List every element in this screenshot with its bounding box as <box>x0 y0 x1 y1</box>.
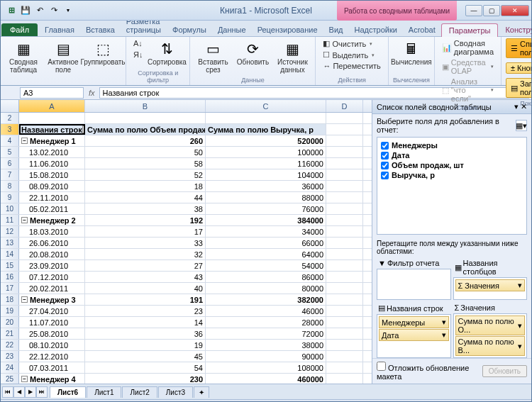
cell[interactable]: 22.12.2010 <box>19 351 85 362</box>
group-button[interactable]: ⬚Группировать <box>84 38 121 67</box>
cell[interactable]: 23 <box>85 306 206 316</box>
col-header-b[interactable]: B <box>85 100 206 112</box>
cell[interactable]: 40 <box>85 283 206 294</box>
cell[interactable]: 38 <box>85 203 206 214</box>
row-header[interactable]: 20 <box>1 317 19 328</box>
undo-icon[interactable]: ↶ <box>33 4 46 17</box>
headers-toggle[interactable]: ▤Заголовки полей <box>506 78 532 98</box>
cell[interactable]: 25.08.2010 <box>19 328 85 339</box>
cell[interactable]: 33 <box>85 238 206 248</box>
cell[interactable]: −Менеджер 3 <box>19 294 85 305</box>
cell[interactable]: 191 <box>85 294 206 305</box>
select-all-corner[interactable] <box>1 100 19 112</box>
row-header[interactable]: 19 <box>1 306 19 316</box>
field-chip[interactable]: Сумма по полю В...▾ <box>455 336 526 356</box>
cell[interactable]: 22.11.2010 <box>19 192 85 203</box>
cell[interactable]: 08.10.2010 <box>19 340 85 350</box>
new-sheet-tab[interactable]: ✦ <box>194 386 209 398</box>
cell[interactable] <box>326 283 363 294</box>
sheet-tab[interactable]: Лист2 <box>122 386 157 398</box>
cell[interactable]: 192 <box>85 215 206 225</box>
cell[interactable] <box>326 340 363 350</box>
field-chip[interactable]: Дата▾ <box>379 329 449 341</box>
rows-zone[interactable]: Менеджеры▾Дата▾ <box>377 314 451 358</box>
cell[interactable] <box>326 351 363 362</box>
cell[interactable]: Сумма по полю Объем продаж, шт <box>85 124 206 135</box>
cell[interactable] <box>326 215 363 225</box>
cell[interactable]: 19 <box>85 340 206 350</box>
cell[interactable]: 32 <box>85 249 206 259</box>
tab-nav-next[interactable]: ▶ <box>25 386 36 398</box>
tab-nav-last[interactable]: ⏭ <box>36 386 48 398</box>
collapse-icon[interactable]: − <box>21 376 28 382</box>
tab-insert[interactable]: Вставка <box>80 23 121 36</box>
col-header-a[interactable]: A <box>19 100 85 112</box>
cols-zone[interactable]: Σ Значения▾ <box>453 277 528 300</box>
cell[interactable]: 104000 <box>206 169 326 180</box>
cell[interactable] <box>326 374 363 384</box>
cell[interactable]: −Менеджер 1 <box>19 135 85 146</box>
buttons-toggle[interactable]: ±Кнопки +/- <box>506 62 532 74</box>
row-header[interactable]: 16 <box>1 272 19 282</box>
cell[interactable]: 08.09.2010 <box>19 181 85 191</box>
row-header[interactable]: 5 <box>1 147 19 157</box>
row-header[interactable]: 9 <box>1 192 19 203</box>
sort-button[interactable]: ⇅Сортировка <box>148 38 185 67</box>
cell[interactable]: 460000 <box>206 374 326 384</box>
row-header[interactable]: 18 <box>1 294 19 305</box>
field-list-button[interactable]: ☰Список полей <box>506 38 532 58</box>
tab-design[interactable]: Конструктор <box>498 23 532 36</box>
cell[interactable]: 27 <box>85 260 206 271</box>
cell[interactable]: 88000 <box>206 192 326 203</box>
tab-view[interactable]: Вид <box>323 23 349 36</box>
tab-data[interactable]: Данные <box>212 23 252 36</box>
row-header[interactable]: 24 <box>1 362 19 373</box>
cell[interactable]: 11.07.2010 <box>19 317 85 328</box>
cell[interactable]: 34000 <box>206 226 326 237</box>
field-chip[interactable]: Сумма по полю О...▾ <box>455 316 526 335</box>
cell[interactable]: 66000 <box>206 238 326 248</box>
row-header[interactable]: 2 <box>1 113 19 123</box>
slicer-button[interactable]: ▭Вставить срез <box>194 38 231 75</box>
row-header[interactable]: 21 <box>1 328 19 339</box>
maximize-button[interactable]: ▢ <box>483 5 500 16</box>
cell[interactable]: 54000 <box>206 260 326 271</box>
cell[interactable] <box>206 113 326 123</box>
cell[interactable]: 17 <box>85 226 206 237</box>
pivot-chart-button[interactable]: 📊Сводная диаграмма <box>439 38 497 57</box>
refresh-button[interactable]: ⟳Обновить <box>234 38 271 67</box>
qat-customize-icon[interactable]: ▼ <box>62 4 74 17</box>
cell[interactable] <box>326 124 363 135</box>
tab-home[interactable]: Главная <box>39 23 80 36</box>
cell[interactable]: 23.09.2010 <box>19 260 85 271</box>
cell[interactable]: 07.03.2011 <box>19 362 85 373</box>
minimize-button[interactable]: — <box>465 5 482 16</box>
cell[interactable] <box>19 113 85 123</box>
cell[interactable]: 36000 <box>206 181 326 191</box>
tab-review[interactable]: Рецензирование <box>252 23 323 36</box>
file-tab[interactable]: Файл <box>1 23 38 36</box>
row-header[interactable]: 11 <box>1 215 19 225</box>
active-field-button[interactable]: ▤Активное поле <box>45 38 82 75</box>
defer-checkbox[interactable]: Отложить обновление макета <box>377 362 482 381</box>
row-header[interactable]: 13 <box>1 238 19 248</box>
cell[interactable]: 54 <box>85 362 206 373</box>
cell[interactable] <box>326 147 363 157</box>
layout-icon[interactable]: ▦▾ <box>516 120 527 131</box>
update-button[interactable]: Обновить <box>482 365 527 377</box>
cell[interactable] <box>326 158 363 169</box>
collapse-icon[interactable]: − <box>21 296 28 303</box>
cell[interactable]: 64000 <box>206 249 326 259</box>
sort-za-button[interactable]: Я↓ <box>131 50 145 60</box>
row-header[interactable]: 8 <box>1 181 19 191</box>
cell-selected[interactable]: Названия строк ▾ <box>19 124 85 135</box>
excel-icon[interactable]: ⊞ <box>5 4 18 17</box>
tab-formulas[interactable]: Формулы <box>167 23 212 36</box>
cell[interactable] <box>326 260 363 271</box>
cell[interactable]: 18 <box>85 181 206 191</box>
field-checkbox[interactable]: Дата <box>380 150 523 160</box>
row-header[interactable]: 14 <box>1 249 19 259</box>
tab-options[interactable]: Параметры <box>441 23 499 37</box>
cell[interactable] <box>326 135 363 146</box>
fx-icon[interactable]: fx <box>84 89 99 97</box>
